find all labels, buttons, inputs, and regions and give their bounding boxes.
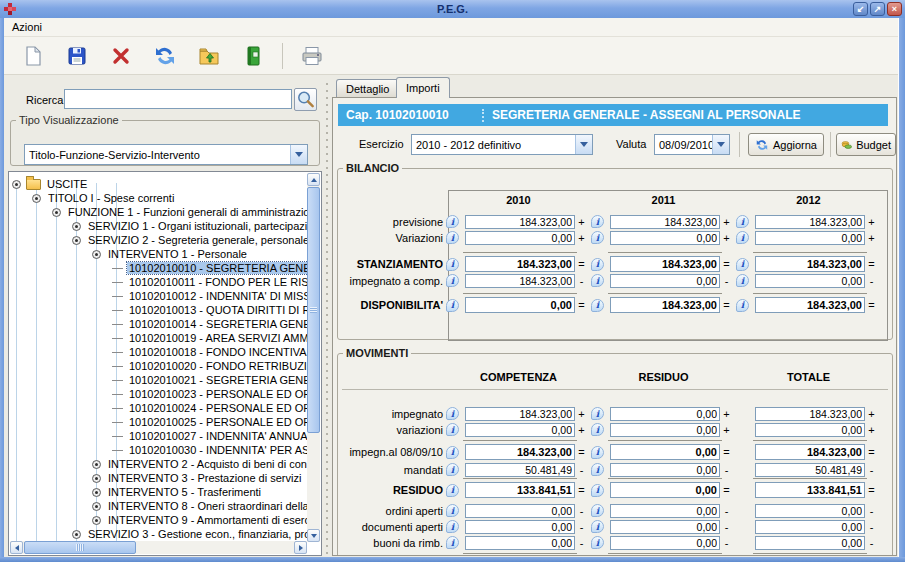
info-icon[interactable]: i	[591, 504, 604, 517]
tree-item[interactable]: 10102010030 - INDENNITA' PER ASSI	[10, 443, 307, 457]
tree-expander-icon[interactable]	[52, 208, 61, 217]
chevron-down-icon[interactable]	[290, 145, 307, 164]
tab-importi[interactable]: Importi	[396, 77, 450, 98]
tree-expander-icon[interactable]	[92, 474, 101, 483]
tree-item[interactable]: 10102010024 - PERSONALE ED ORGA	[10, 401, 307, 415]
info-icon[interactable]: i	[446, 407, 459, 420]
search-icon[interactable]	[294, 88, 317, 111]
aggiorna-button[interactable]: Aggiorna	[748, 133, 824, 156]
info-icon[interactable]: i	[736, 215, 749, 228]
value-input[interactable]	[755, 423, 865, 437]
info-icon[interactable]: i	[736, 231, 749, 244]
tree-item[interactable]: 10102010021 - SEGRETERIA GENERA	[10, 373, 307, 387]
tree-item[interactable]: SERVIZIO 2 - Segreteria generale, person…	[10, 233, 307, 247]
view-type-select[interactable]: Titolo-Funzione-Servizio-Intervento	[24, 144, 308, 165]
tree-item[interactable]: INTERVENTO 5 - Trasferimenti	[10, 485, 307, 499]
info-icon[interactable]: i	[446, 215, 459, 228]
tree-expander-icon[interactable]	[72, 222, 81, 231]
tab-dettaglio[interactable]: Dettaglio	[336, 79, 399, 98]
tree-item[interactable]: INTERVENTO 1 - Personale	[10, 247, 307, 261]
value-input[interactable]	[465, 256, 575, 272]
value-input[interactable]	[610, 297, 720, 313]
scroll-down-icon[interactable]	[307, 529, 320, 542]
info-icon[interactable]: i	[591, 299, 604, 312]
scroll-up-icon[interactable]	[307, 173, 320, 186]
value-input[interactable]	[610, 463, 720, 477]
info-icon[interactable]: i	[591, 274, 604, 287]
info-icon[interactable]: i	[591, 231, 604, 244]
info-icon[interactable]: i	[446, 423, 459, 436]
tree-item[interactable]: INTERVENTO 3 - Prestazione di servizi	[10, 471, 307, 485]
export-folder-button[interactable]	[194, 41, 224, 71]
info-icon[interactable]: i	[446, 231, 459, 244]
value-input[interactable]	[755, 407, 865, 421]
value-input[interactable]	[610, 407, 720, 421]
info-icon[interactable]: i	[446, 520, 459, 533]
tree-item[interactable]: INTERVENTO 8 - Oneri straordinari della …	[10, 499, 307, 513]
value-input[interactable]	[610, 504, 720, 518]
info-icon[interactable]: i	[591, 446, 604, 459]
tree-item[interactable]: TITOLO I - Spese correnti	[10, 191, 307, 205]
value-input[interactable]	[755, 256, 865, 272]
search-input[interactable]	[64, 89, 292, 109]
value-input[interactable]	[755, 482, 865, 498]
esercizio-select[interactable]: 2010 - 2012 definitivo	[411, 134, 593, 155]
tree-item[interactable]: SERVIZIO 1 - Organi istituzionali, parte…	[10, 219, 307, 233]
tree-item[interactable]: 10102010010 - SEGRETERIA GENERA	[10, 261, 307, 275]
tree-item[interactable]: 10102010027 - INDENNITA' ANNUA A	[10, 429, 307, 443]
tree-expander-icon[interactable]	[92, 516, 101, 525]
value-input[interactable]	[610, 536, 720, 550]
budget-button[interactable]: Budget	[836, 133, 896, 156]
info-icon[interactable]: i	[446, 536, 459, 549]
restore-icon[interactable]: ↙	[853, 2, 868, 16]
tree-item[interactable]: 10102010012 - INDENNITA' DI MISS	[10, 289, 307, 303]
tree-item[interactable]: 10102010025 - PERSONALE ED ORGA	[10, 415, 307, 429]
tree-item[interactable]: INTERVENTO 9 - Ammortamenti di eserciz	[10, 513, 307, 527]
value-input[interactable]	[755, 444, 865, 460]
tree-vertical-scrollbar[interactable]	[307, 173, 320, 542]
scroll-right-icon[interactable]	[294, 541, 307, 554]
info-icon[interactable]: i	[591, 215, 604, 228]
info-icon[interactable]: i	[591, 423, 604, 436]
info-icon[interactable]: i	[591, 258, 604, 271]
tree-expander-icon[interactable]	[92, 250, 101, 259]
tree-item[interactable]: 10102010018 - FONDO INCENTIVANT	[10, 345, 307, 359]
value-input[interactable]	[755, 297, 865, 313]
tree-expander-icon[interactable]	[32, 194, 41, 203]
value-input[interactable]	[610, 256, 720, 272]
tree-expander-icon[interactable]	[12, 180, 21, 189]
chevron-down-icon[interactable]	[712, 135, 729, 154]
tree-expander-icon[interactable]	[92, 502, 101, 511]
save-button[interactable]	[62, 41, 92, 71]
value-input[interactable]	[465, 444, 575, 460]
value-input[interactable]	[755, 504, 865, 518]
info-icon[interactable]: i	[591, 407, 604, 420]
print-button[interactable]	[297, 41, 327, 71]
tree-expander-icon[interactable]	[92, 460, 101, 469]
tree-item[interactable]: 10102010020 - FONDO RETRIBUZION	[10, 359, 307, 373]
value-input[interactable]	[610, 274, 720, 288]
tree-item[interactable]: USCITE	[10, 177, 307, 191]
info-icon[interactable]: i	[736, 299, 749, 312]
delete-button[interactable]	[106, 41, 136, 71]
value-input[interactable]	[610, 231, 720, 245]
value-input[interactable]	[755, 274, 865, 288]
info-icon[interactable]: i	[591, 463, 604, 476]
value-input[interactable]	[755, 463, 865, 477]
value-input[interactable]	[465, 274, 575, 288]
tree-horizontal-scrollbar[interactable]	[10, 541, 307, 554]
tree-item[interactable]: SERVIZIO 3 - Gestione econ., finanziaria…	[10, 527, 307, 541]
tree-item[interactable]: 10102010019 - AREA SERVIZI AMMIN	[10, 331, 307, 345]
new-button[interactable]	[18, 41, 48, 71]
scroll-left-icon[interactable]	[10, 541, 23, 554]
value-input[interactable]	[465, 297, 575, 313]
maximize-icon[interactable]: ↗	[870, 2, 885, 16]
menu-azioni[interactable]: Azioni	[4, 21, 50, 33]
info-icon[interactable]: i	[591, 536, 604, 549]
tree-item[interactable]: INTERVENTO 2 - Acquisto di beni di consu	[10, 457, 307, 471]
refresh-button[interactable]	[150, 41, 180, 71]
value-input[interactable]	[755, 215, 865, 229]
value-input[interactable]	[610, 423, 720, 437]
tree-item[interactable]: 10102010023 - PERSONALE ED ORGA	[10, 387, 307, 401]
info-icon[interactable]: i	[591, 520, 604, 533]
